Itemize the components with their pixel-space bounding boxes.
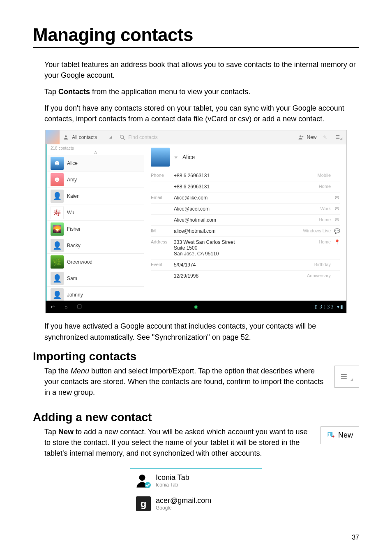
battery-icon: ▮ — [340, 304, 346, 310]
intro-1: Your tablet features an address book tha… — [44, 59, 359, 81]
detail-field: IMalice@hotmail.comWindows Live💬 — [151, 225, 340, 236]
pin-icon[interactable]: 📍 — [334, 239, 340, 245]
list-item[interactable]: 寿Wu — [47, 204, 144, 221]
svg-text:+: + — [332, 434, 334, 439]
search-icon[interactable] — [119, 134, 126, 141]
menu-icon-callout: ≡◢ — [334, 366, 359, 388]
back-icon[interactable]: ↩ — [46, 304, 60, 310]
contact-name: Alice — [182, 154, 195, 160]
home-icon[interactable]: ⌂ — [60, 304, 72, 310]
new-contact-button[interactable]: New — [296, 134, 319, 140]
system-navbar: ↩ ⌂ ❐ ◉ ▯ 3:33 ▾ ▮ — [46, 301, 346, 313]
post-app-text: If you have activated a Google account t… — [44, 321, 359, 342]
recent-icon[interactable]: ❐ — [72, 304, 87, 310]
account-title: Iconia Tab — [156, 473, 189, 482]
mail-icon[interactable]: ✉ — [334, 195, 340, 201]
page-title: Managing contacts — [33, 25, 359, 48]
list-item[interactable]: 🌿Greenwood — [47, 254, 144, 270]
list-item[interactable]: 🌄Fisher — [47, 221, 144, 237]
field-type: Home — [319, 217, 331, 222]
detail-field: Event5/04/1974Birthday — [151, 259, 340, 270]
svg-point-0 — [65, 135, 67, 137]
star-icon[interactable]: ★ — [174, 154, 178, 160]
account-google[interactable]: g acer@gmail.com Google — [130, 492, 262, 515]
svg-point-3 — [300, 135, 302, 137]
mail-icon[interactable]: ✉ — [334, 206, 340, 212]
account-local[interactable]: Iconia Tab Iconia Tab — [130, 469, 262, 492]
svg-line-2 — [123, 138, 125, 140]
intro-2: Tap Contacts from the application menu t… — [44, 86, 359, 97]
contact-avatar — [151, 148, 170, 167]
contact-count: 218 contacts — [47, 144, 144, 151]
field-label: Address — [151, 239, 174, 244]
field-type: Home — [319, 239, 331, 244]
importing-body: Tap the Menu button and select Import/Ex… — [44, 366, 359, 398]
field-type: Mobile — [318, 173, 331, 178]
page-number: 37 — [33, 532, 359, 541]
field-value: +88 6 26963131 — [174, 173, 318, 178]
intro-3: If you don't have any contacts stored on… — [44, 103, 359, 124]
menu-icon[interactable]: ≡◢ — [331, 133, 346, 141]
search-input[interactable]: Find contacts — [128, 134, 157, 140]
list-item[interactable]: 👤Backy — [47, 237, 144, 254]
svg-point-5 — [328, 433, 330, 435]
field-type: Windows Live — [303, 228, 331, 233]
new-label: New — [338, 431, 353, 440]
chat-icon[interactable]: 💬 — [334, 228, 340, 234]
edit-icon[interactable]: ✎ — [319, 134, 331, 140]
list-item[interactable]: 👤Kaien — [47, 188, 144, 204]
list-item[interactable]: 👤Johnny — [47, 287, 144, 301]
list-item[interactable]: 👤Sam — [47, 270, 144, 287]
field-value: Alice@hotmail.com — [174, 217, 319, 223]
detail-field: Address333 West San Carlos StreetSuite 1… — [151, 236, 340, 259]
person-icon — [136, 473, 151, 488]
app-avatar-thumb — [46, 130, 60, 144]
detail-field: 12/29/1998Anniversary — [151, 270, 340, 281]
field-value: 5/04/1974 — [174, 262, 314, 268]
field-type: Work — [321, 206, 331, 211]
detail-field: +88 6 26963131Home — [151, 181, 340, 192]
account-title: acer@gmail.com — [156, 496, 211, 505]
all-contacts-dropdown[interactable]: All contacts ◢ — [60, 134, 116, 140]
list-item[interactable]: ☻Alice — [47, 155, 144, 171]
field-type: Home — [319, 184, 331, 189]
adding-body: Tap New to add a new contact. You will b… — [44, 426, 359, 459]
field-value: 333 West San Carlos StreetSuite 1500San … — [174, 239, 319, 257]
status-icon: ▯ — [315, 304, 319, 310]
field-label: Email — [151, 195, 174, 200]
detail-field: Alice@hotmail.comHome✉ — [151, 214, 340, 225]
add-contact-icon: + — [327, 431, 335, 439]
section-header: A — [47, 151, 144, 155]
field-value: alice@hotmail.com — [174, 228, 303, 234]
contacts-app-screenshot: All contacts ◢ Find contacts New ✎ ≡◢ 21… — [45, 130, 347, 313]
people-icon — [64, 134, 69, 140]
account-picker-screenshot: Iconia Tab Iconia Tab g acer@gmail.com G… — [130, 468, 262, 515]
detail-field: Phone+88 6 26963131Mobile — [151, 170, 340, 181]
field-label: Event — [151, 262, 174, 267]
svg-point-1 — [120, 135, 124, 139]
wifi-icon: ▾ — [337, 304, 340, 310]
field-type: Anniversary — [307, 273, 331, 278]
detail-field: EmailAlice@like.com✉ — [151, 192, 340, 203]
field-value: +88 6 26963131 — [174, 184, 319, 190]
field-label: Phone — [151, 173, 174, 178]
detail-field: Alice@acer.comWork✉ — [151, 203, 340, 214]
new-button-callout: + New — [321, 426, 359, 444]
importing-heading: Importing contacts — [33, 350, 359, 363]
record-icon: ◉ — [194, 304, 198, 310]
field-value: Alice@acer.com — [174, 206, 321, 212]
google-icon: g — [136, 496, 151, 511]
field-value: Alice@like.com — [174, 195, 331, 201]
mail-icon[interactable]: ✉ — [334, 217, 340, 223]
adding-heading: Adding a new contact — [33, 411, 359, 424]
svg-point-7 — [139, 475, 145, 481]
add-contact-icon — [298, 134, 304, 140]
account-sub: Iconia Tab — [156, 482, 189, 488]
contact-list: 218 contacts A ☻Alice ☻Amy 👤Kaien 寿Wu 🌄F… — [46, 144, 144, 301]
list-item[interactable]: ☻Amy — [47, 171, 144, 188]
field-value: 12/29/1998 — [174, 273, 307, 279]
field-type: Birthday — [314, 262, 331, 267]
account-sub: Google — [156, 505, 211, 511]
clock: 3:33 — [319, 304, 337, 310]
field-label: IM — [151, 228, 174, 233]
